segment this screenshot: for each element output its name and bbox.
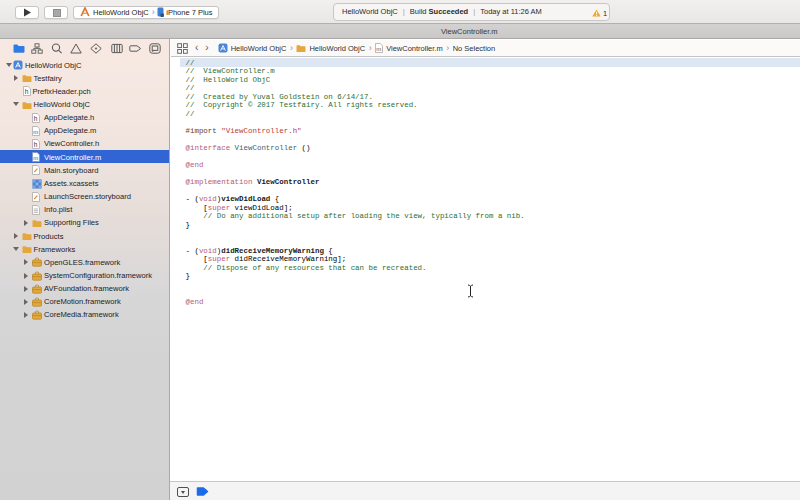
svg-text:m: m [376, 46, 381, 52]
svg-text:m: m [33, 129, 38, 135]
svg-text:h: h [34, 141, 38, 148]
svg-text:h: h [34, 115, 38, 122]
svg-text:h: h [24, 89, 28, 96]
svg-text:m: m [33, 155, 38, 161]
